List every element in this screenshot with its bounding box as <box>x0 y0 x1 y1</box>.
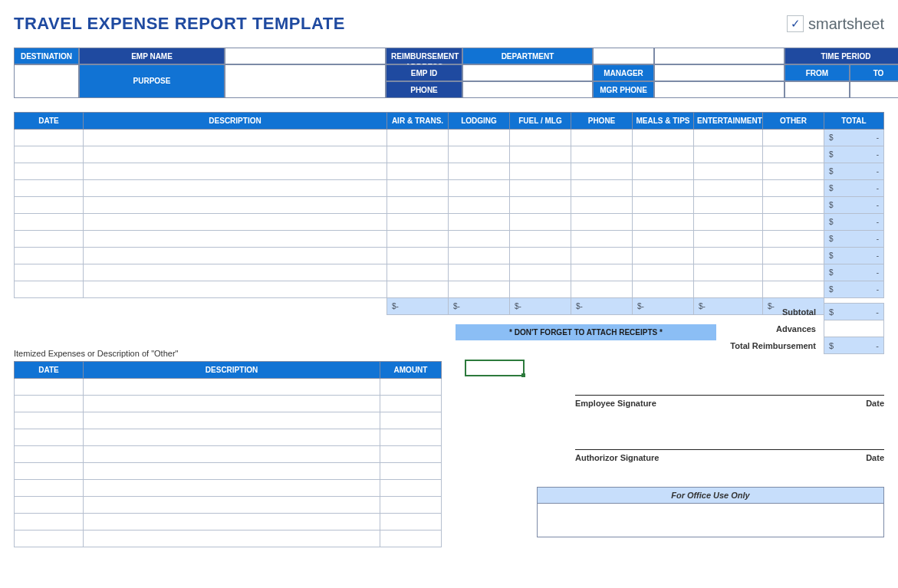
item-cell[interactable] <box>15 497 84 514</box>
expense-cell[interactable] <box>694 130 763 146</box>
expense-cell[interactable] <box>84 281 387 298</box>
field-phone[interactable] <box>462 81 593 98</box>
expense-cell[interactable] <box>763 130 824 146</box>
item-cell[interactable] <box>15 379 84 396</box>
expense-cell[interactable] <box>571 214 633 231</box>
expense-cell[interactable] <box>449 264 510 281</box>
expense-cell[interactable] <box>387 231 449 248</box>
expense-cell[interactable] <box>15 264 84 281</box>
expense-cell[interactable] <box>694 264 763 281</box>
expense-cell[interactable] <box>449 248 510 264</box>
expense-cell[interactable] <box>571 146 633 163</box>
expense-cell[interactable] <box>449 180 510 197</box>
expense-cell[interactable] <box>510 130 571 146</box>
expense-cell[interactable] <box>84 264 387 281</box>
expense-cell[interactable] <box>510 214 571 231</box>
item-cell[interactable] <box>84 497 380 514</box>
expense-cell[interactable] <box>694 248 763 264</box>
expense-cell[interactable] <box>15 214 84 231</box>
expense-cell[interactable] <box>449 163 510 180</box>
item-cell[interactable] <box>84 412 380 429</box>
expense-cell[interactable] <box>15 281 84 298</box>
expense-cell[interactable] <box>571 264 633 281</box>
field-mgr-phone[interactable] <box>654 81 785 98</box>
item-cell[interactable] <box>380 531 442 547</box>
expense-cell[interactable] <box>694 163 763 180</box>
expense-cell[interactable] <box>763 214 824 231</box>
expense-cell[interactable] <box>763 146 824 163</box>
expense-cell[interactable] <box>633 163 694 180</box>
expense-cell[interactable] <box>84 130 387 146</box>
item-cell[interactable] <box>15 412 84 429</box>
field-manager[interactable] <box>654 64 785 81</box>
expense-cell[interactable] <box>449 197 510 214</box>
expense-cell[interactable] <box>633 130 694 146</box>
expense-cell[interactable] <box>571 248 633 264</box>
field-reimb-address[interactable] <box>14 64 79 98</box>
item-cell[interactable] <box>15 531 84 547</box>
item-cell[interactable] <box>380 396 442 412</box>
expense-cell[interactable] <box>84 197 387 214</box>
expense-cell[interactable] <box>510 163 571 180</box>
expense-cell[interactable] <box>763 180 824 197</box>
item-cell[interactable] <box>84 514 380 531</box>
item-cell[interactable] <box>380 446 442 463</box>
expense-cell[interactable] <box>387 264 449 281</box>
expense-cell[interactable] <box>84 146 387 163</box>
expense-cell[interactable] <box>633 180 694 197</box>
expense-cell[interactable] <box>633 264 694 281</box>
expense-cell[interactable] <box>387 180 449 197</box>
expense-cell[interactable] <box>84 214 387 231</box>
expense-cell[interactable] <box>15 130 84 146</box>
expense-cell[interactable] <box>449 281 510 298</box>
expense-cell[interactable] <box>15 180 84 197</box>
item-cell[interactable] <box>84 463 380 480</box>
expense-cell[interactable] <box>387 130 449 146</box>
expense-cell[interactable] <box>571 231 633 248</box>
expense-cell[interactable] <box>510 264 571 281</box>
expense-cell[interactable] <box>633 146 694 163</box>
item-cell[interactable] <box>380 379 442 396</box>
expense-cell[interactable] <box>694 146 763 163</box>
expense-cell[interactable] <box>449 130 510 146</box>
expense-cell[interactable] <box>15 163 84 180</box>
item-cell[interactable] <box>15 514 84 531</box>
item-cell[interactable] <box>84 429 380 446</box>
expense-cell[interactable] <box>15 248 84 264</box>
expense-cell[interactable] <box>15 231 84 248</box>
expense-cell[interactable] <box>510 146 571 163</box>
expense-cell[interactable] <box>387 146 449 163</box>
expense-cell[interactable] <box>694 180 763 197</box>
field-emp-id[interactable] <box>462 64 593 81</box>
expense-cell[interactable] <box>763 197 824 214</box>
expense-cell[interactable] <box>510 231 571 248</box>
expense-cell[interactable] <box>387 163 449 180</box>
expense-cell[interactable] <box>387 214 449 231</box>
expense-cell[interactable] <box>84 163 387 180</box>
expense-cell[interactable] <box>694 281 763 298</box>
item-cell[interactable] <box>380 429 442 446</box>
expense-cell[interactable] <box>387 197 449 214</box>
expense-cell[interactable] <box>571 180 633 197</box>
field-purpose[interactable] <box>225 64 386 98</box>
item-cell[interactable] <box>15 463 84 480</box>
item-cell[interactable] <box>380 497 442 514</box>
expense-cell[interactable] <box>694 214 763 231</box>
item-cell[interactable] <box>15 446 84 463</box>
expense-cell[interactable] <box>510 180 571 197</box>
item-cell[interactable] <box>380 463 442 480</box>
expense-cell[interactable] <box>510 281 571 298</box>
expense-cell[interactable] <box>84 180 387 197</box>
field-department[interactable] <box>593 48 654 64</box>
expense-cell[interactable] <box>633 281 694 298</box>
expense-cell[interactable] <box>84 231 387 248</box>
field-emp-name[interactable] <box>225 48 386 64</box>
field-from[interactable] <box>785 81 850 98</box>
expense-cell[interactable] <box>387 281 449 298</box>
expense-cell[interactable] <box>571 281 633 298</box>
item-cell[interactable] <box>84 379 380 396</box>
item-cell[interactable] <box>380 514 442 531</box>
expense-cell[interactable] <box>571 130 633 146</box>
expense-cell[interactable] <box>84 248 387 264</box>
item-cell[interactable] <box>84 531 380 547</box>
